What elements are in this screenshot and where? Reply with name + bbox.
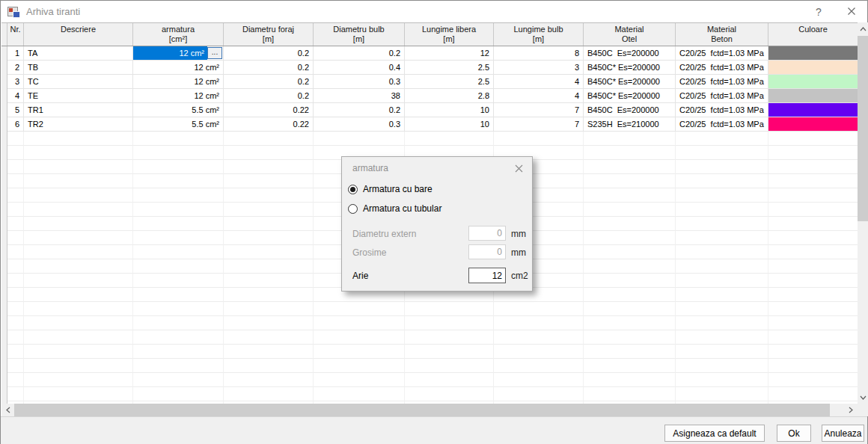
armatura-dialog-close-button[interactable]	[513, 164, 524, 174]
cell-armatura[interactable]: 12 cm²	[133, 61, 224, 75]
vertical-scrollbar[interactable]	[858, 22, 868, 404]
cell-lungime-libera[interactable]: 10	[405, 103, 494, 117]
row-header-strip	[1, 231, 7, 245]
scroll-up-icon[interactable]	[858, 22, 868, 35]
cell-diametru-foraj[interactable]: 0.2	[224, 61, 314, 75]
cell-nr[interactable]: 6	[7, 117, 24, 132]
cell-editor-ellipsis-button[interactable]: ...	[207, 47, 222, 59]
column-header-diametru-foraj[interactable]: Diametru foraj[m]	[224, 23, 314, 46]
diametru-extern-input	[468, 226, 506, 241]
column-header-descriere[interactable]: Descriere	[24, 23, 133, 46]
cancel-button[interactable]: Anuleaza	[822, 425, 864, 442]
column-header-lungime-libera[interactable]: Lungime libera[m]	[405, 23, 494, 46]
armatura-dialog: armatura Armatura cu bare Armatura cu tu…	[341, 156, 533, 292]
cell-armatura[interactable]: 5.5 cm²	[133, 103, 224, 117]
column-header-lungime-bulb[interactable]: Lungime bulb[m]	[494, 23, 584, 46]
cell-diametru-foraj[interactable]: 0.2	[224, 89, 314, 103]
scroll-right-icon[interactable]	[844, 404, 857, 416]
table-row: 3TC12 cm²0.20.32.54B450C* Es=200000C20/2…	[1, 75, 858, 89]
arie-input[interactable]	[468, 268, 506, 283]
cell-descriere[interactable]: TC	[24, 75, 133, 89]
cell-diametru-bulb[interactable]: 0.3	[314, 75, 405, 89]
row-header-strip	[1, 316, 7, 330]
scroll-left-icon[interactable]	[1, 404, 14, 416]
cell-lungime-libera[interactable]: 2.8	[405, 89, 494, 103]
radio-armatura-cu-bare[interactable]: Armatura cu bare	[348, 184, 433, 194]
ok-button[interactable]: Ok	[777, 425, 811, 442]
cell-diametru-foraj[interactable]: 0.22	[224, 103, 314, 117]
cell-diametru-bulb[interactable]: 38	[314, 89, 405, 103]
column-header-culoare[interactable]: Culoare	[768, 23, 858, 46]
cell-lungime-bulb[interactable]: 7	[494, 103, 584, 117]
cell-material-otel[interactable]: S235H Es=210000	[584, 117, 676, 132]
cell-diametru-foraj[interactable]: 0.2	[224, 46, 314, 61]
color-swatch	[768, 117, 858, 131]
horizontal-scrollbar[interactable]	[1, 404, 857, 416]
row-header-strip	[1, 387, 7, 401]
column-header-armatura[interactable]: armatura[cm²]	[133, 23, 224, 46]
cell-diametru-bulb[interactable]: 0.2	[314, 46, 405, 61]
close-button[interactable]	[842, 4, 861, 19]
cell-material-otel[interactable]: B450C* Es=200000	[584, 89, 676, 103]
cell-nr[interactable]: 1	[7, 46, 24, 61]
radio-armatura-cu-tubular[interactable]: Armatura cu tubular	[348, 203, 441, 214]
cell-material-beton[interactable]: C20/25 fctd=1.03 MPa	[676, 61, 768, 75]
cell-descriere[interactable]: TE	[24, 89, 133, 103]
cell-diametru-bulb[interactable]: 0.2	[314, 103, 405, 117]
cell-material-beton[interactable]: C20/25 fctd=1.03 MPa	[676, 75, 768, 89]
horizontal-scrollbar-thumb[interactable]	[14, 404, 830, 416]
cell-lungime-libera[interactable]: 2.5	[405, 61, 494, 75]
cell-diametru-foraj[interactable]: 0.22	[224, 117, 314, 132]
assign-default-button[interactable]: Asigneaza ca default	[664, 425, 765, 442]
empty-row	[1, 302, 858, 316]
cell-material-otel[interactable]: B450C* Es=200000	[584, 61, 676, 75]
cell-culoare[interactable]	[768, 75, 858, 89]
cell-culoare[interactable]	[768, 46, 858, 61]
cell-material-beton[interactable]: C20/25 fctd=1.03 MPa	[676, 103, 768, 117]
cell-material-beton[interactable]: C20/25 fctd=1.03 MPa	[676, 46, 768, 61]
vertical-scrollbar-thumb[interactable]	[858, 36, 868, 221]
column-header-nr[interactable]: Nr.	[7, 23, 24, 46]
cell-lungime-bulb[interactable]: 4	[494, 89, 584, 103]
cell-diametru-foraj[interactable]: 0.2	[224, 75, 314, 89]
cell-diametru-bulb[interactable]: 0.4	[314, 61, 405, 75]
cell-material-otel[interactable]: B450C Es=200000	[584, 103, 676, 117]
cell-material-otel[interactable]: B450C* Es=200000	[584, 75, 676, 89]
cell-nr[interactable]: 3	[7, 75, 24, 89]
cell-descriere[interactable]: TR2	[24, 117, 133, 132]
cell-armatura[interactable]: 12 cm²...	[133, 46, 224, 61]
cell-lungime-libera[interactable]: 12	[405, 46, 494, 61]
cell-lungime-bulb[interactable]: 8	[494, 46, 584, 61]
cell-material-otel[interactable]: B450C Es=200000	[584, 46, 676, 61]
table-row: 1TA12 cm²...0.20.2128B450C Es=200000C20/…	[1, 46, 858, 61]
scroll-down-icon[interactable]	[858, 391, 868, 404]
cell-material-beton[interactable]: C20/25 fctd=1.03 MPa	[676, 89, 768, 103]
cell-culoare[interactable]	[768, 89, 858, 103]
cell-nr[interactable]: 2	[7, 61, 24, 75]
cell-armatura[interactable]: 12 cm²	[133, 75, 224, 89]
cell-nr[interactable]: 5	[7, 103, 24, 117]
cell-armatura[interactable]: 5.5 cm²	[133, 117, 224, 132]
cell-culoare[interactable]	[768, 117, 858, 132]
column-header-material-otel[interactable]: MaterialOtel	[584, 23, 676, 46]
cell-lungime-bulb[interactable]: 7	[494, 117, 584, 132]
cell-material-beton[interactable]: C20/25 fctd=1.03 MPa	[676, 117, 768, 132]
cell-descriere[interactable]: TR1	[24, 103, 133, 117]
cell-lungime-libera[interactable]: 2.5	[405, 75, 494, 89]
cell-diametru-bulb[interactable]: 0.3	[314, 117, 405, 132]
cell-culoare[interactable]	[768, 61, 858, 75]
cell-lungime-bulb[interactable]: 3	[494, 61, 584, 75]
help-button[interactable]: ?	[809, 4, 828, 19]
row-header-strip	[1, 146, 7, 160]
cell-culoare[interactable]	[768, 103, 858, 117]
cell-lungime-bulb[interactable]: 4	[494, 75, 584, 89]
cell-lungime-libera[interactable]: 10	[405, 117, 494, 132]
radio-label: Armatura cu bare	[363, 184, 433, 194]
cell-descriere[interactable]: TA	[24, 46, 133, 61]
column-header-material-beton[interactable]: MaterialBeton	[676, 23, 768, 46]
column-header-diametru-bulb[interactable]: Diametru bulb[m]	[314, 23, 405, 46]
cell-descriere[interactable]: TB	[24, 61, 133, 75]
row-header-strip	[1, 46, 7, 61]
cell-armatura[interactable]: 12 cm²	[133, 89, 224, 103]
cell-nr[interactable]: 4	[7, 89, 24, 103]
